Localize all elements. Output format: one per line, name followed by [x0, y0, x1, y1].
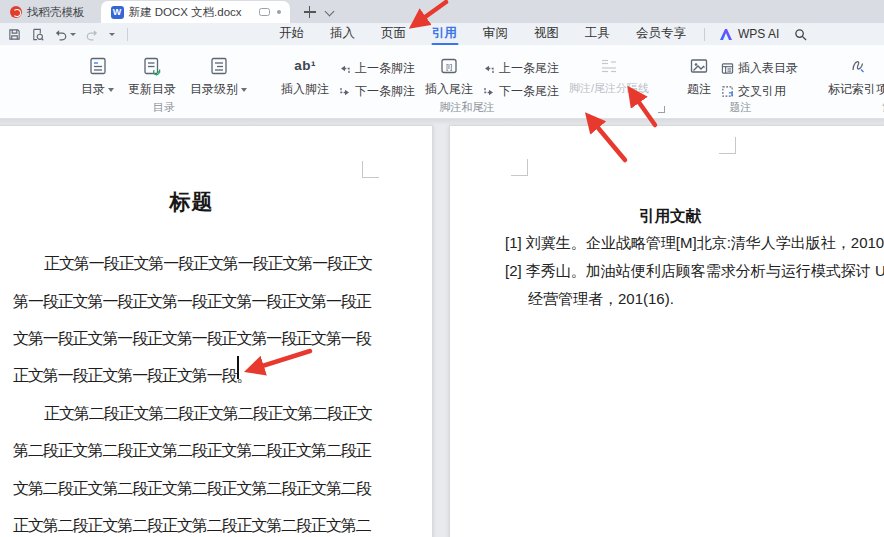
tab-template-label: 找稻壳模板 [27, 5, 85, 20]
unsaved-dot-icon [277, 10, 281, 14]
insert-table-of-figures-button[interactable]: 插入表目录 [721, 60, 798, 77]
insert-endnote-icon: [i] [439, 54, 459, 77]
qat-more-chevron-icon[interactable] [109, 33, 115, 36]
group-label-toc: 目录 [64, 100, 264, 115]
toc-level-button[interactable]: 目录级别 [183, 51, 254, 98]
next-footnote-icon [339, 86, 351, 98]
menu-tab-view[interactable]: 视图 [521, 23, 572, 45]
menu-tab-page[interactable]: 页面 [368, 23, 419, 45]
insert-endnote-label: 插入尾注 [425, 81, 473, 98]
ribbon: 目录 更新目录 目录级别 目录 [0, 45, 884, 119]
next-endnote-icon [483, 86, 495, 98]
reference-item-continuation: 经营管理者，201(16). [505, 285, 875, 313]
mark-index-entry-label: 标记索引项 [828, 81, 884, 98]
menu-tab-insert[interactable]: 插入 [317, 23, 368, 45]
menu-tab-references[interactable]: 引用 [419, 23, 470, 45]
paragraph-1: 正文第一段正文第一段正文第一段正文第一段正文 第一段正文第一段正文第一段正文第一… [13, 246, 373, 396]
footnote-separator-label: 脚注/尾注分隔线 [569, 81, 649, 96]
tab-list-chevron-icon[interactable] [324, 7, 334, 17]
next-endnote-label: 下一条尾注 [499, 83, 559, 100]
body-line: 第二段正文第二段正文第二段正文第二段正文第二段正 [13, 433, 373, 470]
cross-reference-icon [721, 85, 734, 98]
insert-footnote-label: 插入脚注 [281, 81, 329, 98]
cross-reference-button[interactable]: 交叉引用 [721, 83, 798, 100]
references-heading: 引用文献 [460, 206, 880, 227]
group-label-footnotes: 脚注和尾注 [264, 100, 670, 115]
caption-label: 题注 [687, 81, 711, 98]
reference-item: [1] 刘冀生。企业战略管理[M]北京:清华人学出版社，2010. [505, 229, 875, 257]
toc-label: 目录 [81, 81, 105, 98]
title-bar: 找稻壳模板 W 新建 DOCX 文档.docx [0, 0, 884, 23]
update-toc-button[interactable]: 更新目录 [121, 51, 183, 98]
search-button[interactable] [788, 28, 813, 41]
tab-window-icon[interactable] [259, 8, 270, 16]
next-footnote-button[interactable]: 下一条脚注 [339, 83, 415, 100]
toc-level-dropdown-icon [241, 88, 247, 92]
mark-index-entry-icon [848, 54, 868, 77]
menu-tab-tools[interactable]: 工具 [572, 23, 623, 45]
menu-divider [704, 28, 705, 41]
update-toc-label: 更新目录 [128, 81, 176, 98]
update-toc-icon [142, 54, 162, 77]
text-cursor [237, 356, 239, 379]
menu-bar: 开始 插入 页面 引用 审阅 视图 工具 会员专享 WPS AI [0, 23, 884, 45]
toc-level-label: 目录级别 [190, 81, 238, 98]
wps-ai-button[interactable]: WPS AI [710, 27, 788, 41]
group-label-index: 索引 [811, 100, 884, 115]
tab-document-label: 新建 DOCX 文档.docx [129, 5, 242, 20]
quick-access-toolbar [0, 28, 128, 41]
paragraph-2: 正文第二段正文第二段正文第二段正文第二段正文 第二段正文第二段正文第二段正文第二… [13, 396, 373, 537]
svg-text:[i]: [i] [446, 62, 452, 71]
footnote-separator-button: 脚注/尾注分隔线 [562, 51, 656, 96]
ribbon-group-captions: 题注 插入表目录 [670, 45, 811, 118]
body-line: 正文第二段正文第二段正文第二段正文第二段正文第二 [13, 508, 373, 537]
menu-tab-home[interactable]: 开始 [266, 23, 317, 45]
caption-icon [689, 54, 709, 77]
insert-footnote-icon: ab¹ [294, 54, 316, 77]
ribbon-group-toc: 目录 更新目录 目录级别 目录 [64, 45, 264, 118]
mark-index-entry-button[interactable]: 标记索引项 [821, 51, 884, 98]
toc-button[interactable]: 目录 [74, 51, 121, 98]
cross-reference-label: 交叉引用 [738, 83, 786, 100]
next-endnote-button[interactable]: 下一条尾注 [483, 83, 559, 100]
margin-corner-mark [511, 159, 528, 176]
tab-template-store[interactable]: 找稻壳模板 [0, 1, 95, 23]
margin-corner-mark [362, 161, 379, 178]
toc-level-icon [209, 54, 229, 77]
prev-endnote-icon [483, 63, 495, 75]
document-page-right[interactable] [449, 125, 884, 537]
print-preview-icon[interactable] [31, 28, 44, 41]
document-title: 标题 [13, 188, 370, 216]
table-of-figures-icon [721, 62, 734, 75]
prev-footnote-icon [339, 63, 351, 75]
body-line: 第一段正文第一段正文第一段正文第一段正文第一段正 [13, 283, 373, 320]
body-line: 正文第二段正文第二段正文第二段正文第二段正文 [13, 396, 373, 433]
save-icon[interactable] [8, 28, 21, 41]
redo-icon[interactable] [86, 28, 99, 41]
wps-ai-label: WPS AI [738, 27, 779, 41]
menu-tabs: 开始 插入 页面 引用 审阅 视图 工具 会员专享 WPS AI [266, 23, 813, 45]
caption-button[interactable]: 题注 [680, 51, 718, 98]
menu-tab-review[interactable]: 审阅 [470, 23, 521, 45]
document-area: 标题 正文第一段正文第一段正文第一段正文第一段正文 第一段正文第一段正文第一段正… [0, 119, 884, 537]
group-label-captions: 题注 [670, 100, 811, 115]
undo-dropdown-icon[interactable] [70, 33, 76, 36]
prev-endnote-button[interactable]: 上一条尾注 [483, 60, 559, 77]
next-footnote-label: 下一条脚注 [355, 83, 415, 100]
insert-footnote-button[interactable]: ab¹ 插入脚注 [274, 51, 336, 98]
body-line: 文第一段正文第一段正文第一段正文第一段正文第一段 [13, 321, 373, 358]
ribbon-group-footnotes: ab¹ 插入脚注 上一条脚注 [264, 45, 670, 118]
footnotes-dialog-launcher-icon[interactable] [658, 106, 665, 113]
prev-footnote-button[interactable]: 上一条脚注 [339, 60, 415, 77]
insert-endnote-button[interactable]: [i] 插入尾注 [418, 51, 480, 98]
new-tab-button[interactable] [304, 6, 316, 18]
references-list: [1] 刘冀生。企业战略管理[M]北京:清华人学出版社，2010. [2] 李秀… [505, 229, 875, 314]
template-store-icon [10, 6, 22, 18]
prev-endnote-label: 上一条尾注 [499, 60, 559, 77]
tab-document[interactable]: W 新建 DOCX 文档.docx [101, 1, 290, 23]
body-line: 文第二段正文第二段正文第二段正文第二段正文第二段 [13, 470, 373, 507]
undo-icon[interactable] [54, 28, 67, 41]
body-line: 正文第一段正文第一段正文第一段。 [13, 358, 373, 395]
toc-dropdown-icon [108, 88, 114, 92]
menu-tab-member[interactable]: 会员专享 [623, 23, 699, 45]
